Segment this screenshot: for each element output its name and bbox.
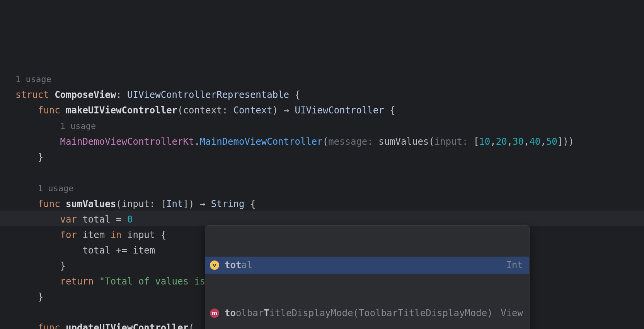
keyword-return: return xyxy=(60,276,94,287)
loop-var: item xyxy=(77,230,111,240)
struct-name: ComposeView xyxy=(55,89,116,100)
type-context: Context xyxy=(233,105,273,116)
keyword-func: func xyxy=(38,105,60,116)
colon: : xyxy=(116,89,121,100)
number-literal: 30 xyxy=(513,136,524,147)
loop-collection: input xyxy=(122,230,161,240)
number-literal: 50 xyxy=(546,136,557,147)
brace: { xyxy=(289,89,300,100)
arrow: → xyxy=(278,105,295,116)
protocol-name: UIViewControllerRepresentable xyxy=(127,89,289,100)
autocomplete-popup[interactable]: v total Int m toolbarTitleDisplayMode(To… xyxy=(205,225,530,329)
brace: { xyxy=(244,199,256,209)
func-make: makeUIViewController xyxy=(66,105,177,116)
number-literal: 40 xyxy=(529,136,540,147)
code-editor[interactable]: 1 usage struct ComposeView: UIViewContro… xyxy=(0,0,644,329)
param-context-label: context xyxy=(183,105,222,116)
type-string: String xyxy=(211,199,245,209)
object-ref: MainDemoViewControllerKt xyxy=(60,136,194,147)
usage-hint[interactable]: 1 usage xyxy=(38,183,74,193)
param-input: input xyxy=(122,199,150,209)
func-sumvalues: sumValues xyxy=(66,199,116,209)
completion-type: View xyxy=(501,306,523,320)
var-total: total xyxy=(77,214,116,225)
autocomplete-item[interactable]: m toolbarTitleDisplayMode(ToolbarTitleDi… xyxy=(205,305,529,322)
keyword-func: func xyxy=(38,199,60,209)
param-hint-input: input xyxy=(434,136,462,147)
method-icon: m xyxy=(210,308,219,318)
keyword-in: in xyxy=(111,230,122,240)
completion-label: toolbarTitleDisplayMode(ToolbarTitleDisp… xyxy=(225,306,495,320)
brace-close: } xyxy=(38,152,43,163)
brace-close: } xyxy=(60,260,66,271)
keyword-var: var xyxy=(60,214,77,225)
string-open: " xyxy=(94,276,105,287)
call-sumvalues: sumValues xyxy=(378,136,429,147)
string-body: Total of values is xyxy=(105,276,211,287)
autocomplete-item[interactable]: v total Int xyxy=(205,257,529,274)
method-call: MainDemoViewController xyxy=(200,136,323,147)
variable-icon: v xyxy=(210,260,219,270)
keyword-for: for xyxy=(60,230,77,240)
brace: { xyxy=(384,105,395,116)
underscore-param: _ xyxy=(194,322,199,329)
number-literal: 10 xyxy=(479,136,490,147)
number-literal: 20 xyxy=(496,136,507,147)
paren-close: ) xyxy=(273,105,278,116)
keyword-struct: struct xyxy=(15,89,49,100)
keyword-func: func xyxy=(38,322,60,329)
statement: total += item xyxy=(82,245,155,256)
paren-open: ( xyxy=(177,105,183,116)
arrow: → xyxy=(194,199,211,209)
func-update: updateUIViewController xyxy=(66,322,189,329)
usage-hint[interactable]: 1 usage xyxy=(15,74,51,84)
completion-type: Int xyxy=(506,258,523,272)
return-type: UIViewController xyxy=(295,105,384,116)
brace-close: } xyxy=(38,291,43,302)
usage-hint[interactable]: 1 usage xyxy=(60,121,96,131)
number-literal: 0 xyxy=(122,214,133,225)
completion-label: total xyxy=(225,258,501,272)
type-int: Int xyxy=(166,199,183,209)
param-hint-message: message xyxy=(328,136,367,147)
